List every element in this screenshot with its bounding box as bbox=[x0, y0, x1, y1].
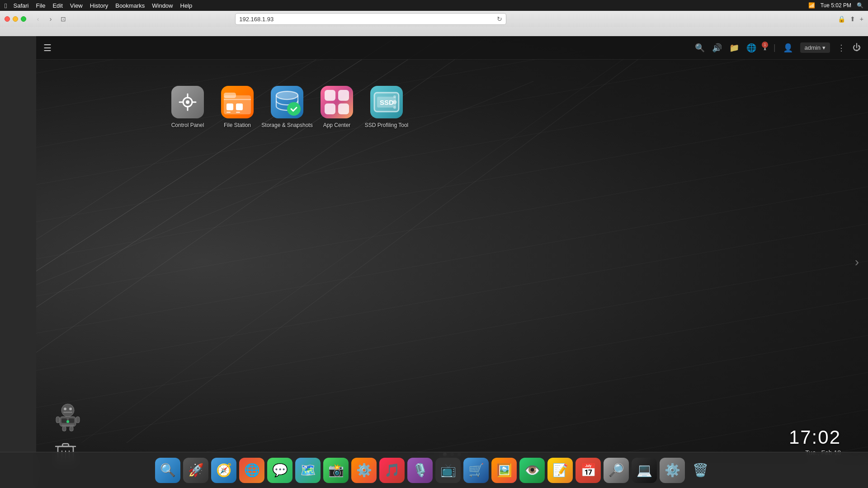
robot-app[interactable] bbox=[54, 402, 86, 434]
robot-icon bbox=[54, 402, 81, 434]
window-button[interactable]: ⊡ bbox=[59, 14, 68, 23]
clock-label: Tue 5:02 PM bbox=[821, 2, 851, 9]
address-bar[interactable]: 192.168.1.93 ↻ bbox=[235, 13, 506, 25]
dock-photos[interactable]: 🖼️ bbox=[491, 458, 517, 483]
svg-rect-38 bbox=[61, 425, 74, 426]
dock-preview[interactable]: 👁️ bbox=[519, 458, 545, 483]
dock-maps[interactable]: 🗺️ bbox=[295, 458, 321, 483]
dock-iterm[interactable]: 💻 bbox=[632, 458, 657, 483]
control-panel-svg bbox=[177, 91, 198, 113]
mac-menubar:  Safari File Edit View History Bookmark… bbox=[0, 0, 868, 11]
dock-appletv[interactable]: 📺 bbox=[435, 458, 461, 483]
app-ssd-profiling[interactable]: SSD SSD Profiling Tool bbox=[362, 81, 411, 133]
wifi-icon: 📶 bbox=[808, 2, 815, 9]
control-panel-label: Control Panel bbox=[171, 122, 204, 128]
menu-edit[interactable]: Edit bbox=[52, 2, 62, 9]
close-button[interactable] bbox=[5, 16, 10, 22]
dock-chrome[interactable]: 🌐 bbox=[239, 458, 264, 483]
app-app-center[interactable]: App Center bbox=[312, 81, 362, 133]
mac-dock: 🔍 🚀 🧭 🌐 💬 🗺️ 📸 ⚙️ 🎵 🎙️ 📺 🛒 🖼️ 👁️ 📝 📅 🔎 💻… bbox=[0, 452, 868, 488]
next-page-arrow[interactable]: › bbox=[855, 255, 859, 269]
dock-messages[interactable]: 💬 bbox=[267, 458, 292, 483]
menu-file[interactable]: File bbox=[36, 2, 45, 9]
control-panel-icon bbox=[171, 86, 204, 118]
svg-rect-14 bbox=[224, 93, 236, 98]
menu-safari[interactable]: Safari bbox=[13, 2, 28, 9]
filemanager-icon[interactable]: 📁 bbox=[729, 43, 739, 53]
svg-point-30 bbox=[393, 106, 396, 109]
topbar-divider: | bbox=[774, 43, 776, 52]
dock-safari[interactable]: 🧭 bbox=[211, 458, 236, 483]
nas-apps: Control Panel File Station bbox=[36, 72, 868, 142]
reload-icon[interactable]: ↻ bbox=[497, 15, 502, 23]
ssd-icon: SSD bbox=[370, 86, 403, 118]
volume-icon[interactable]: 🔊 bbox=[712, 43, 722, 53]
menu-history[interactable]: History bbox=[90, 2, 108, 9]
power-icon[interactable]: ⏻ bbox=[853, 43, 861, 52]
ssd-svg: SSD bbox=[370, 86, 403, 118]
menu-view[interactable]: View bbox=[70, 2, 83, 9]
user-icon[interactable]: 👤 bbox=[783, 43, 793, 53]
dock-launchpad[interactable]: 🚀 bbox=[183, 458, 208, 483]
minimize-button[interactable] bbox=[13, 16, 18, 22]
svg-rect-22 bbox=[338, 90, 349, 101]
menubar-right: 📶 Tue 5:02 PM 🔍 bbox=[808, 2, 863, 9]
svg-point-33 bbox=[69, 408, 72, 410]
svg-point-29 bbox=[393, 95, 396, 98]
clock-time: 17:02 bbox=[789, 427, 841, 448]
lock-icon[interactable]: 🔒 bbox=[838, 15, 845, 23]
dock-appstore[interactable]: 🛒 bbox=[463, 458, 489, 483]
app-control-panel[interactable]: Control Panel bbox=[163, 81, 212, 133]
app-file-station[interactable]: File Station bbox=[212, 81, 262, 133]
svg-point-19 bbox=[276, 91, 298, 99]
svg-point-20 bbox=[287, 102, 301, 116]
notification-icon[interactable]: ℹ 1 bbox=[764, 43, 766, 52]
menu-bookmarks[interactable]: Bookmarks bbox=[115, 2, 145, 9]
user-chevron-icon: ▾ bbox=[822, 44, 826, 51]
user-dropdown[interactable]: admin ▾ bbox=[800, 42, 830, 53]
browser-sidebar bbox=[0, 11, 36, 488]
menu-help[interactable]: Help bbox=[180, 2, 193, 9]
dock-finder[interactable]: 🔍 bbox=[155, 458, 180, 483]
file-station-icon bbox=[221, 86, 254, 118]
back-button[interactable]: ‹ bbox=[33, 14, 42, 23]
dock-trash[interactable]: 🗑️ bbox=[688, 458, 713, 483]
dock-podcasts[interactable]: 🎙️ bbox=[407, 458, 433, 483]
notification-badge: 1 bbox=[762, 42, 768, 48]
dock-facetime[interactable]: 📸 bbox=[323, 458, 349, 483]
apple-logo-icon[interactable]:  bbox=[5, 2, 7, 9]
forward-button[interactable]: › bbox=[46, 14, 55, 23]
maximize-button[interactable] bbox=[21, 16, 26, 22]
svg-rect-17 bbox=[226, 112, 231, 113]
storage-svg bbox=[271, 86, 303, 118]
search-menubar-icon[interactable]: 🔍 bbox=[857, 2, 863, 9]
dock-calendar[interactable]: 📅 bbox=[576, 458, 601, 483]
menu-window[interactable]: Window bbox=[152, 2, 173, 9]
dock-music[interactable]: 🎵 bbox=[379, 458, 405, 483]
app-center-label: App Center bbox=[323, 122, 351, 128]
svg-rect-21 bbox=[325, 90, 335, 101]
storage-icon bbox=[271, 86, 303, 118]
nas-topbar: ☰ 🔍 🔊 📁 🌐 ℹ 1 | 👤 admin ▾ ⋮ ⏻ bbox=[36, 36, 868, 60]
dock-notes[interactable]: 📝 bbox=[547, 458, 573, 483]
svg-rect-15 bbox=[226, 103, 233, 110]
svg-point-28 bbox=[393, 100, 397, 104]
svg-rect-39 bbox=[56, 417, 60, 423]
app-center-svg bbox=[321, 86, 353, 118]
share-icon[interactable]: ⬆ bbox=[850, 15, 855, 23]
dock-sysprefs[interactable]: ⚙️ bbox=[660, 458, 685, 483]
app-storage-snapshots[interactable]: Storage & Snapshots bbox=[262, 81, 312, 133]
search-icon[interactable]: 🔍 bbox=[695, 43, 705, 53]
newtab-icon[interactable]: + bbox=[860, 15, 863, 23]
svg-text:SSD: SSD bbox=[380, 99, 394, 106]
more-options-icon[interactable]: ⋮ bbox=[837, 43, 845, 53]
traffic-lights bbox=[5, 16, 26, 22]
storage-snapshots-label: Storage & Snapshots bbox=[261, 122, 312, 128]
svg-rect-34 bbox=[63, 412, 72, 413]
network-icon[interactable]: 🌐 bbox=[746, 43, 756, 53]
hamburger-menu-icon[interactable]: ☰ bbox=[43, 42, 52, 53]
svg-rect-16 bbox=[236, 103, 243, 110]
dock-appcenter[interactable]: ⚙️ bbox=[351, 458, 377, 483]
dock-spotlight[interactable]: 🔎 bbox=[604, 458, 629, 483]
browser-chrome: ‹ › ⊡ 192.168.1.93 ↻ 🔒 ⬆ + bbox=[0, 11, 868, 36]
